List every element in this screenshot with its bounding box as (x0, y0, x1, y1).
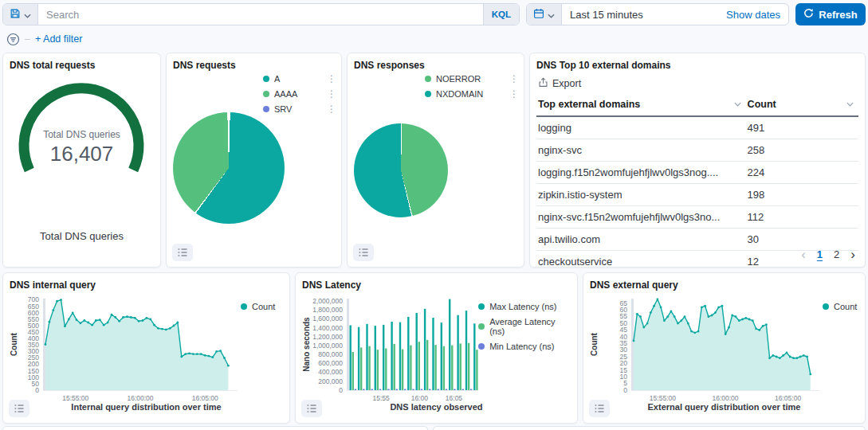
legend-actions-icon[interactable]: ⋮ (312, 90, 336, 98)
legend-dot (241, 303, 247, 310)
area-chart[interactable]: 0501001502002503003504004505005506006507… (10, 294, 241, 402)
legend-toggle-button[interactable] (353, 244, 374, 261)
pie-chart[interactable] (354, 123, 448, 217)
legend-toggle-button[interactable] (589, 400, 610, 417)
export-button[interactable]: Export (538, 77, 581, 90)
legend-toggle-button[interactable] (172, 244, 193, 261)
time-range-value[interactable]: Last 15 minutes (562, 4, 718, 25)
gauge-label: Total DNS queries (3, 129, 160, 140)
time-picker: Last 15 minutes Show dates (526, 3, 789, 25)
legend-label: A (274, 74, 308, 84)
export-label: Export (552, 78, 581, 89)
refresh-icon (803, 8, 814, 21)
saved-queries-button[interactable] (3, 4, 38, 25)
legend-toggle-button[interactable] (9, 400, 29, 417)
legend-dot (263, 106, 269, 112)
column-header-count[interactable]: Count (746, 95, 858, 116)
panel-title: DNS requests (173, 60, 335, 71)
refresh-button[interactable]: Refresh (795, 3, 866, 25)
svg-text:1,400,000: 1,400,000 (312, 324, 343, 332)
svg-text:15:55:00: 15:55:00 (650, 394, 676, 402)
legend: A ⋮ AAAA ⋮ SRV ⋮ (263, 74, 336, 119)
gauge-center-text: Total DNS queries 16,407 (3, 129, 160, 166)
panel-dns-requests: DNS requests A ⋮ AAAA ⋮ SRV ⋮ (166, 53, 342, 268)
legend-actions-icon[interactable]: ⋮ (495, 90, 519, 98)
save-icon (10, 8, 21, 22)
x-axis-title: DNS latency observed (302, 402, 571, 412)
refresh-label: Refresh (819, 9, 857, 21)
sort-chevron-icon (734, 102, 741, 107)
svg-text:Nano seconds: Nano seconds (302, 317, 311, 372)
pie-chart[interactable] (173, 112, 285, 224)
column-header-domains[interactable]: Top external domains (536, 95, 746, 116)
page-2-button[interactable]: 2 (834, 248, 839, 260)
svg-text:700: 700 (28, 295, 39, 303)
svg-text:15:55:00: 15:55:00 (62, 394, 88, 402)
panel-dns-internal-query: DNS internal query 050100150200250300350… (2, 272, 290, 424)
filter-icon[interactable] (6, 33, 20, 46)
legend-dot (263, 91, 269, 97)
bar-chart[interactable]: 0200,000400,000600,000800,0001,000,0001,… (302, 294, 478, 402)
legend-dot (478, 303, 485, 310)
next-page-icon[interactable]: › (850, 249, 855, 260)
svg-text:1,800,000: 1,800,000 (312, 306, 343, 314)
query-bar: KQL Last 15 minutes Show dates Refresh (2, 3, 866, 25)
legend-item-max-latency[interactable]: Max Latency (ns) (478, 302, 571, 311)
panel-dns-top-external-domains: DNS Top 10 external domains Export Top e… (529, 53, 866, 268)
svg-text:16:05: 16:05 (446, 394, 463, 402)
panel-dns-responses: DNS responses NOERROR ⋮ NXDOMAIN ⋮ (347, 53, 524, 268)
x-axis-title: Internal query distribution over time (10, 402, 283, 412)
svg-text:16:00: 16:00 (411, 394, 429, 402)
legend-actions-icon[interactable]: ⋮ (312, 105, 336, 113)
kql-button[interactable]: KQL (483, 4, 519, 25)
legend-item-aaaa[interactable]: AAAA ⋮ (263, 89, 336, 99)
svg-text:16:05:00: 16:05:00 (775, 394, 801, 402)
legend-item-min-latency[interactable]: Min Latency (ns) (478, 342, 571, 351)
table-row: nginx-svc258 (536, 139, 858, 162)
page-1-button[interactable]: 1 (817, 248, 823, 260)
legend: Count (823, 294, 857, 402)
table-row: logging.f15n2womfujehfjlwv0lgs3nog....22… (536, 162, 858, 184)
svg-text:200,000: 200,000 (318, 377, 343, 385)
legend-label: Min Latency (ns) (489, 342, 571, 351)
legend-dot (425, 91, 431, 97)
panel-title: DNS external query (590, 280, 858, 291)
legend-item-count[interactable]: Count (823, 302, 857, 311)
legend-toggle-button[interactable] (301, 400, 322, 417)
search-input[interactable] (38, 4, 483, 25)
legend-actions-icon[interactable]: ⋮ (312, 75, 336, 83)
prev-page-icon[interactable]: ‹ (801, 249, 806, 260)
legend-item-srv[interactable]: SRV ⋮ (263, 104, 336, 114)
x-axis-title: External query distribution over time (590, 402, 858, 412)
legend: NOERROR ⋮ NXDOMAIN ⋮ (425, 74, 519, 104)
legend-label: Count (834, 302, 857, 311)
chevron-down-icon (24, 9, 31, 21)
next-panel-top (433, 426, 866, 430)
area-chart[interactable]: 0510152025303540455055606515:55:0016:00:… (590, 294, 823, 402)
legend-actions-icon[interactable]: ⋮ (495, 75, 519, 83)
calendar-icon (533, 8, 544, 22)
panel-title: DNS responses (354, 60, 517, 71)
legend-item-a[interactable]: A ⋮ (263, 74, 336, 84)
show-dates-button[interactable]: Show dates (718, 4, 788, 25)
legend: Count (241, 294, 275, 402)
chevron-down-icon (548, 9, 555, 21)
legend-label: Average Latency (ns) (489, 317, 571, 336)
legend-item-average-latency[interactable]: Average Latency (ns) (478, 317, 571, 336)
legend-dot (823, 303, 829, 310)
legend-item-noerror[interactable]: NOERROR ⋮ (425, 74, 519, 84)
svg-text:16:05:00: 16:05:00 (192, 394, 218, 402)
svg-text:15:55: 15:55 (373, 394, 391, 402)
calendar-button[interactable] (527, 4, 562, 25)
legend-item-count[interactable]: Count (241, 302, 275, 311)
legend-item-nxdomain[interactable]: NXDOMAIN ⋮ (425, 89, 519, 99)
panel-title: DNS Top 10 external domains (536, 60, 858, 71)
legend-dot (478, 343, 485, 350)
add-filter-button[interactable]: + Add filter (35, 33, 82, 45)
legend-label: Max Latency (ns) (489, 302, 571, 311)
svg-text:1,600,000: 1,600,000 (312, 315, 343, 322)
svg-text:0: 0 (339, 386, 343, 394)
dashboard-page: KQL Last 15 minutes Show dates Refresh (0, 0, 868, 430)
next-panel-top (2, 426, 428, 430)
panel-dns-total-requests: DNS total requests Total DNS queries 16,… (2, 53, 161, 268)
